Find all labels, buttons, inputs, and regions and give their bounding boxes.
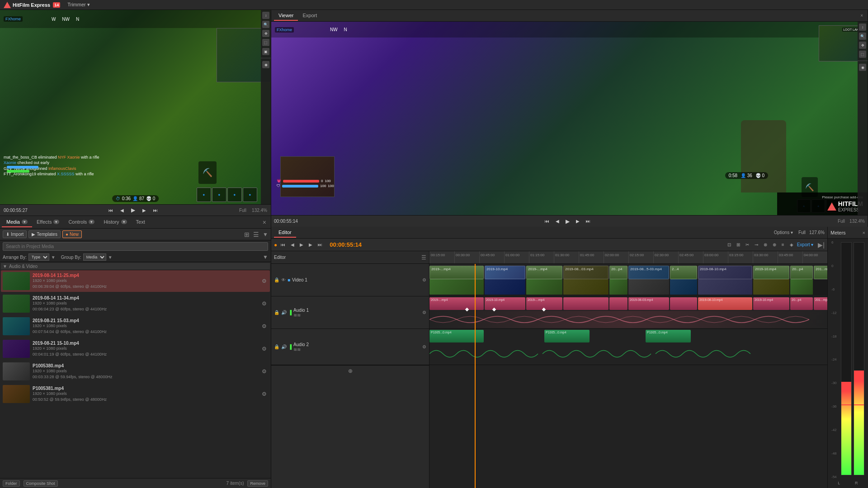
- media-item-3[interactable]: 2019-08-21 15-10.mp4 868 × 488 pixels …: [1, 338, 270, 360]
- video-clip-3[interactable]: 2019-...mp4: [526, 266, 562, 279]
- arrange-by-select[interactable]: Type: [28, 253, 49, 261]
- audio1-clip-9[interactable]: 2019-10.mp4: [753, 297, 789, 310]
- media-gear-4[interactable]: ⚙: [262, 368, 268, 375]
- audio2-clip-2[interactable]: P1005...0.mp4: [544, 330, 590, 343]
- ed-panel-expand[interactable]: ▶|: [818, 241, 825, 249]
- media-gear-1[interactable]: ⚙: [262, 300, 268, 307]
- folder-btn[interactable]: Folder: [3, 480, 20, 487]
- audio2-clip-3[interactable]: P1005...0.mp4: [646, 330, 691, 343]
- ed-step-fwd[interactable]: ▶: [307, 241, 314, 248]
- audio2-track-lock-icon[interactable]: 🔒: [274, 344, 279, 349]
- tracks-menu-icon[interactable]: ☰: [421, 254, 426, 261]
- ed-extra2[interactable]: ◈: [788, 241, 795, 248]
- video-clip-9[interactable]: 2019-10.mp4: [753, 266, 789, 279]
- audio1-clip-5[interactable]: [609, 297, 627, 310]
- video-clip-10[interactable]: 20...p4: [790, 266, 813, 279]
- ed-magnet[interactable]: ⊞: [735, 241, 742, 248]
- ed-razor[interactable]: ✂: [744, 241, 751, 248]
- viewer-play[interactable]: ▶: [564, 217, 571, 225]
- audio2-mute-icon[interactable]: 🔊: [281, 344, 287, 349]
- filter-icon[interactable]: ▼: [263, 231, 268, 238]
- ed-step-back[interactable]: ◀: [289, 241, 296, 248]
- video-clip-1[interactable]: 2019-...mp4: [429, 266, 484, 279]
- add-track-icon[interactable]: ⊕: [348, 368, 353, 374]
- ed-lock[interactable]: ⊕: [771, 241, 778, 248]
- trimmer-quality[interactable]: Full: [239, 208, 246, 213]
- viewer-tool-4[interactable]: ⬚: [859, 51, 866, 58]
- media-item-5[interactable]: P1005381.mp4 868 × 488 pixels 00:50:52…: [1, 383, 270, 405]
- viewer-tool-3[interactable]: ✥: [859, 42, 866, 49]
- tab-editor[interactable]: Editor: [274, 228, 296, 238]
- trimmer-play[interactable]: ▶: [129, 206, 137, 214]
- import-button[interactable]: ⬇ Import: [3, 230, 27, 238]
- audio1-clip-7[interactable]: [670, 297, 697, 310]
- viewer-step-back[interactable]: ◀: [554, 218, 561, 225]
- audio2-clip-1[interactable]: P1005...0.mp4: [429, 330, 484, 343]
- trimmer-prev-frame[interactable]: ⏮: [107, 207, 115, 214]
- audio1-clip-11[interactable]: 201...mp4: [814, 297, 827, 310]
- tool-cursor[interactable]: ↕: [262, 12, 269, 19]
- media-gear-0[interactable]: ⚙: [262, 278, 268, 284]
- video-clip-5[interactable]: 20...p4: [609, 266, 627, 279]
- media-item-0[interactable]: 2019-08-14 11-25.mp4 868 × 488 pixels …: [1, 270, 270, 292]
- tab-history[interactable]: History ▾: [99, 217, 131, 227]
- tab-export[interactable]: Export: [298, 11, 321, 21]
- ed-extra1[interactable]: ≡: [780, 241, 786, 248]
- media-category-header[interactable]: ▼ Audio & Video: [1, 263, 270, 270]
- video-track-lock-icon[interactable]: 🔒: [274, 277, 279, 282]
- ed-prev[interactable]: ⏮: [279, 241, 287, 248]
- viewer-quality[interactable]: Full: [838, 219, 845, 224]
- viewer-tool-5[interactable]: ◉: [859, 64, 866, 71]
- composite-btn[interactable]: Composite Shot: [24, 480, 58, 487]
- grid-view-icon[interactable]: ⊞: [244, 231, 250, 238]
- video-clip-11[interactable]: 201...mp4: [814, 266, 827, 279]
- video1-track[interactable]: 2019-...mp4 2019-10.mp4 2019-...mp4: [429, 264, 827, 296]
- video-clip-7[interactable]: 2...4: [670, 266, 697, 279]
- viewer-tool-2[interactable]: 🔍: [859, 33, 866, 40]
- audio1-track[interactable]: 2019-...mp4 2019-10.mp4 2019-...mp4 2019…: [429, 296, 827, 329]
- tab-viewer[interactable]: Viewer: [274, 11, 298, 21]
- ed-mute[interactable]: ⊗: [762, 241, 769, 248]
- video-track-eye-icon[interactable]: 👁: [281, 277, 286, 282]
- options-dropdown[interactable]: Options ▾: [774, 230, 793, 235]
- tool-safe[interactable]: ▣: [262, 48, 269, 55]
- ed-snap[interactable]: ⊡: [726, 241, 733, 248]
- timeline-content[interactable]: 00:15:00 00:30:00 00:45:00 01:00:00 01:1…: [429, 251, 827, 488]
- ed-play[interactable]: ▶: [298, 241, 305, 248]
- a1-gear-icon[interactable]: ⚙: [422, 310, 426, 315]
- media-gear-3[interactable]: ⚙: [262, 346, 268, 352]
- a2-gear-icon[interactable]: ⚙: [422, 344, 426, 349]
- ed-link[interactable]: ⊸: [753, 241, 760, 248]
- tab-controls[interactable]: Controls ▾: [64, 217, 99, 227]
- tool-zoom2[interactable]: ⬚: [262, 39, 269, 46]
- search-input[interactable]: [3, 242, 268, 251]
- video-clip-6[interactable]: 2019-08...5-03.mp4: [628, 266, 669, 279]
- trimmer-step-fwd[interactable]: ▶: [141, 207, 148, 214]
- editor-quality[interactable]: Full: [798, 230, 806, 235]
- audio2-track[interactable]: P1005...0.mp4 P1005...0.mp4 P1005...0.mp…: [429, 329, 827, 365]
- audio1-clip-2[interactable]: 2019-10.mp4: [485, 297, 525, 310]
- tab-effects[interactable]: Effects ▾: [32, 217, 64, 227]
- templates-button[interactable]: ▶ Templates: [28, 230, 61, 238]
- trimmer-next-frame[interactable]: ⏭: [151, 207, 160, 214]
- group-by-select[interactable]: Media: [83, 253, 106, 261]
- media-item-4[interactable]: P1005380.mp4 868 × 488 pixels 00:03:33…: [1, 361, 270, 382]
- audio1-clip-8[interactable]: 2019-08-10.mp4: [698, 297, 752, 310]
- audio1-clip-1[interactable]: 2019-...mp4: [429, 297, 484, 310]
- media-gear-5[interactable]: ⚙: [262, 391, 268, 397]
- viewer-step-fwd[interactable]: ▶: [574, 218, 581, 225]
- viewer-tool-1[interactable]: ↕: [859, 23, 866, 31]
- remove-btn[interactable]: Remove: [247, 480, 268, 487]
- video-clip-4[interactable]: 2019-08...03.mp4: [563, 266, 609, 279]
- viewer-next[interactable]: ⏭: [584, 218, 592, 225]
- media-item-1[interactable]: 2019-08-14 11-34.mp4 868 × 488 pixels …: [1, 293, 270, 314]
- viewer-panel-close[interactable]: ×: [860, 13, 863, 18]
- editor-export[interactable]: Export ▾: [797, 242, 814, 247]
- folder-collapse-icon[interactable]: ▼: [263, 254, 268, 260]
- tool-extra[interactable]: ◉: [262, 61, 269, 68]
- audio1-clip-10[interactable]: 20...p4: [790, 297, 813, 310]
- trimmer-dropdown[interactable]: Trimmer ▾: [67, 2, 90, 8]
- media-item-2[interactable]: 2019-08-21 15-03.mp4 868 × 488 pixels …: [1, 315, 270, 337]
- viewer-prev[interactable]: ⏮: [543, 218, 551, 225]
- panel-close[interactable]: ×: [260, 219, 269, 226]
